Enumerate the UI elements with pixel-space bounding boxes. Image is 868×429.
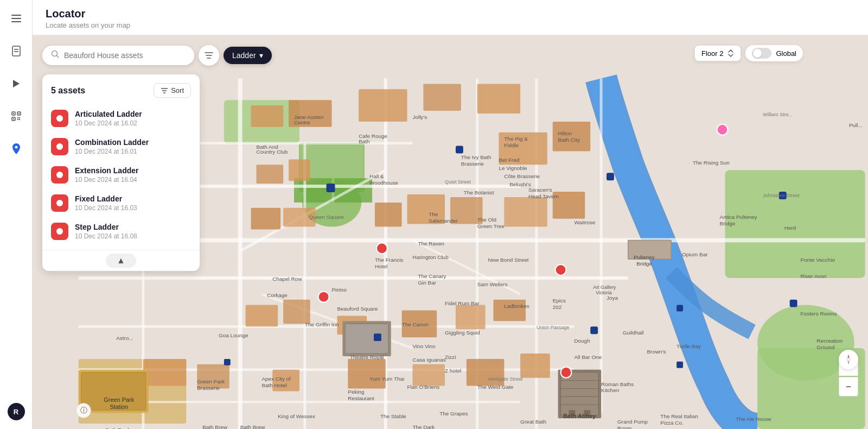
svg-rect-82 [345, 324, 388, 354]
svg-text:The Canon: The Canon [402, 321, 429, 327]
svg-text:Flan O'Briens: Flan O'Briens [407, 384, 440, 390]
asset-count: 5 assets [51, 86, 85, 96]
svg-text:Bath Abbey: Bath Abbey [563, 413, 596, 419]
info-button[interactable]: ⓘ [76, 403, 91, 418]
svg-text:Bath Trades: Bath Trades [105, 427, 135, 429]
svg-rect-55 [289, 159, 310, 181]
svg-text:Queen Square: Queen Square [309, 214, 344, 220]
svg-rect-0 [11, 15, 21, 16]
asset-date-1: 10 Dec 2024 at 16.01 [75, 148, 191, 155]
svg-rect-69 [348, 359, 386, 389]
svg-text:Salamander: Salamander [429, 218, 458, 224]
collapse-button[interactable]: ▲ [106, 254, 136, 268]
svg-text:Brasserie: Brasserie [197, 384, 220, 390]
svg-rect-64 [456, 305, 486, 330]
filter-button[interactable] [199, 45, 219, 66]
asset-icon-4 [51, 223, 68, 240]
svg-text:Côte Brasserie: Côte Brasserie [504, 173, 540, 179]
svg-rect-94 [327, 184, 335, 192]
svg-text:Guildhall: Guildhall [623, 330, 644, 336]
svg-text:Waitrose: Waitrose [574, 219, 595, 225]
asset-panel-header: 5 assets Sort [42, 74, 200, 102]
global-toggle[interactable]: Global [745, 45, 803, 61]
ladder-filter-button[interactable]: Ladder ▾ [224, 47, 272, 64]
svg-text:Antica Pulteney: Antica Pulteney [720, 214, 757, 220]
svg-text:The Botanist: The Botanist [464, 190, 494, 195]
floor-selector[interactable]: Floor 2 [694, 45, 741, 61]
svg-text:Quiet Street: Quiet Street [445, 179, 471, 185]
svg-text:Corkage: Corkage [267, 292, 288, 298]
asset-list-item-0[interactable]: Articulated Ladder 10 Dec 2024 at 16.02 [42, 104, 200, 133]
book-icon[interactable] [7, 41, 26, 61]
page-subtitle: Locate assets on your map [46, 21, 855, 29]
svg-rect-9 [13, 113, 14, 114]
svg-text:Dough: Dough [574, 338, 590, 344]
zoom-out-button[interactable]: − [839, 377, 858, 396]
asset-list-item-3[interactable]: Fixed Ladder 10 Dec 2024 at 16.03 [42, 189, 200, 217]
search-input[interactable] [64, 51, 186, 60]
svg-line-215 [57, 56, 59, 58]
avatar[interactable]: R [8, 403, 25, 420]
asset-info-3: Fixed Ladder 10 Dec 2024 at 16.03 [75, 194, 191, 212]
floor-control: Floor 2 Global [694, 45, 803, 61]
svg-text:Fiddle: Fiddle [504, 142, 519, 148]
svg-text:Country Club: Country Club [256, 149, 288, 155]
svg-text:Bath Hotel: Bath Hotel [261, 382, 286, 388]
svg-rect-212 [676, 305, 683, 312]
svg-text:Kitchen: Kitchen [601, 387, 619, 393]
asset-list-item-4[interactable]: Step Ladder 10 Dec 2024 at 16.08 [42, 217, 200, 245]
svg-rect-211 [224, 359, 231, 365]
toggle-switch[interactable] [752, 48, 771, 59]
svg-rect-11 [13, 118, 14, 119]
svg-rect-15 [19, 119, 20, 120]
svg-text:Woodhouse: Woodhouse [369, 180, 398, 186]
svg-rect-98 [790, 300, 797, 307]
svg-text:Apex City of: Apex City of [261, 376, 291, 382]
svg-text:Room: Room [617, 425, 631, 429]
svg-text:Green Park: Green Park [104, 396, 134, 403]
svg-text:Victoria: Victoria [596, 290, 612, 295]
qr-icon[interactable] [7, 106, 26, 126]
svg-text:The Ale House: The Ale House [736, 416, 771, 422]
asset-list: Articulated Ladder 10 Dec 2024 at 16.02 … [42, 102, 200, 250]
svg-rect-72 [520, 354, 550, 378]
svg-text:202: 202 [553, 304, 562, 310]
svg-text:Pulteney: Pulteney [634, 254, 655, 260]
svg-rect-1 [11, 18, 21, 19]
menu-icon[interactable] [7, 9, 26, 28]
search-input-wrap[interactable] [42, 46, 194, 65]
svg-rect-44 [251, 105, 284, 127]
svg-text:All Bar One: All Bar One [574, 354, 602, 360]
svg-text:Art Gallery: Art Gallery [593, 285, 616, 290]
svg-text:Hotel: Hotel [375, 263, 387, 269]
svg-text:Union Passage: Union Passage [537, 325, 570, 330]
svg-text:Fosters Rooms: Fosters Rooms [801, 311, 837, 317]
svg-point-208 [561, 367, 572, 378]
svg-text:King of Wessex: King of Wessex [278, 413, 315, 419]
play-icon[interactable] [7, 74, 26, 93]
svg-text:Giggling Squid: Giggling Squid [445, 330, 480, 336]
topbar: Locator Locate assets on your map [33, 0, 868, 35]
asset-icon-3 [51, 194, 68, 212]
svg-text:The Pig &: The Pig & [504, 136, 528, 142]
svg-rect-213 [676, 362, 683, 368]
svg-text:Recreation: Recreation [816, 338, 843, 344]
svg-text:The Griffin Inn: The Griffin Inn [305, 321, 339, 327]
svg-text:Casa Iguanas: Casa Iguanas [412, 357, 445, 363]
asset-list-item-2[interactable]: Extension Ladder 10 Dec 2024 at 16.04 [42, 161, 200, 189]
svg-text:Epics: Epics [553, 298, 566, 304]
svg-text:Centre: Centre [294, 119, 310, 125]
asset-list-item-1[interactable]: Combination Ladder 10 Dec 2024 at 16.01 [42, 133, 200, 161]
main-content: Locator Locate assets on your map [33, 0, 868, 429]
svg-rect-2 [11, 21, 21, 22]
svg-rect-49 [251, 208, 281, 230]
svg-rect-54 [256, 165, 283, 184]
svg-text:Head Tavern: Head Tavern [528, 193, 559, 199]
svg-text:Beauford Square: Beauford Square [337, 306, 378, 312]
location-icon[interactable] [7, 139, 26, 159]
svg-text:Great Bath: Great Bath [520, 419, 546, 425]
sort-button[interactable]: Sort [154, 83, 191, 98]
svg-text:Brasserie: Brasserie [461, 161, 484, 167]
asset-icon-0 [51, 110, 68, 127]
svg-text:Saracen's: Saracen's [528, 187, 552, 193]
